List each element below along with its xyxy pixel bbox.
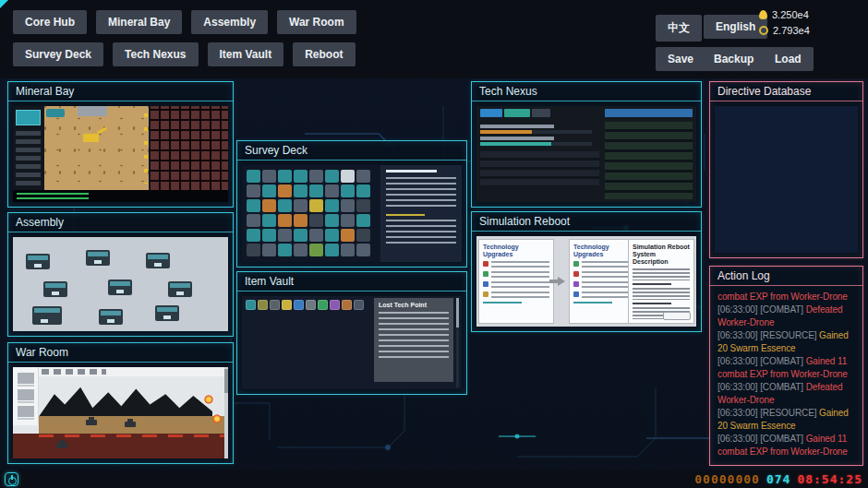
tech-upgrade-list	[605, 122, 693, 199]
survey-tile[interactable]	[325, 184, 339, 197]
panel-action-log: Action Log combat EXP from Worker-Drone[…	[709, 266, 863, 466]
survey-tile[interactable]	[278, 229, 292, 242]
simulation-reboot-preview[interactable]: Technology Upgrades Technology Upgrades …	[476, 236, 696, 327]
survey-tile[interactable]	[294, 229, 307, 242]
lang-english-button[interactable]: English	[704, 15, 767, 39]
survey-tile[interactable]	[341, 184, 355, 197]
survey-tile[interactable]	[262, 170, 276, 183]
nav-core-hub-button[interactable]: Core Hub	[13, 10, 87, 34]
tech-detail-rows	[480, 151, 599, 186]
survey-tile[interactable]	[341, 244, 355, 256]
assembly-preview[interactable]	[13, 237, 228, 331]
item-icon[interactable]	[258, 300, 268, 310]
load-button[interactable]: Load	[763, 47, 814, 71]
item-icon[interactable]	[306, 300, 316, 310]
item-icon[interactable]	[330, 300, 340, 310]
tech-nexus-preview[interactable]	[476, 106, 696, 202]
item-vault-preview[interactable]: Lost Tech Point	[242, 296, 462, 389]
essence-drop-icon	[759, 10, 767, 19]
item-icon[interactable]	[282, 300, 292, 310]
console-log-bar	[13, 190, 228, 202]
survey-tile[interactable]	[294, 244, 307, 256]
unit-icon	[18, 389, 34, 400]
survey-tile[interactable]	[278, 214, 292, 227]
power-button[interactable]	[5, 472, 18, 486]
survey-tile[interactable]	[309, 199, 323, 212]
top-bar: Core Hub Mineral Bay Assembly War Room S…	[0, 0, 868, 78]
survey-tile[interactable]	[309, 244, 323, 256]
mineral-bay-preview[interactable]	[13, 106, 228, 202]
nav-mineral-bay-button[interactable]: Mineral Bay	[96, 10, 182, 34]
survey-tile[interactable]	[356, 229, 370, 242]
survey-tile[interactable]	[325, 229, 339, 242]
item-icon[interactable]	[246, 300, 256, 310]
survey-tile[interactable]	[341, 199, 355, 212]
save-button[interactable]: Save	[656, 47, 705, 71]
survey-tile[interactable]	[247, 229, 260, 242]
survey-tile[interactable]	[294, 214, 307, 227]
led-counter: 074	[766, 472, 790, 486]
dig-markers	[144, 113, 148, 184]
survey-tile[interactable]	[247, 199, 260, 212]
survey-deck-preview[interactable]	[242, 165, 462, 262]
panel-war-room: War Room	[7, 342, 234, 464]
nav-survey-deck-button[interactable]: Survey Deck	[13, 42, 103, 66]
nav-reboot-button[interactable]: Reboot	[293, 42, 355, 66]
reboot-confirm-button[interactable]	[663, 312, 691, 320]
survey-grid	[247, 170, 370, 256]
survey-tile[interactable]	[325, 244, 339, 256]
lang-zh-button[interactable]: 中文	[656, 15, 702, 42]
panel-simulation-reboot: Simulation Reboot Technology Upgrades Te…	[471, 211, 702, 332]
survey-tile[interactable]	[309, 184, 323, 197]
war-room-preview[interactable]	[13, 367, 228, 458]
survey-tile[interactable]	[341, 229, 355, 242]
nav-tech-nexus-button[interactable]: Tech Nexus	[113, 42, 198, 66]
item-icon[interactable]	[342, 300, 352, 310]
survey-tile[interactable]	[309, 229, 323, 242]
scrollbar[interactable]	[224, 367, 228, 458]
survey-tile[interactable]	[294, 199, 307, 212]
survey-tile[interactable]	[247, 184, 260, 197]
survey-tile[interactable]	[356, 199, 370, 212]
upgrade-icon	[573, 261, 579, 267]
action-log-list[interactable]: combat EXP from Worker-Drone[06:33:00] […	[717, 291, 859, 460]
survey-tile[interactable]	[325, 170, 339, 183]
survey-tile[interactable]	[325, 199, 339, 212]
survey-tile[interactable]	[278, 244, 292, 256]
item-icon[interactable]	[354, 300, 364, 310]
survey-tile[interactable]	[309, 214, 323, 227]
survey-tile[interactable]	[262, 214, 276, 227]
nav-war-room-button[interactable]: War Room	[277, 10, 356, 34]
survey-tile[interactable]	[278, 170, 292, 183]
survey-tile[interactable]	[325, 214, 339, 227]
item-icon[interactable]	[318, 300, 328, 310]
survey-tile[interactable]	[262, 229, 276, 242]
survey-tile[interactable]	[247, 170, 260, 183]
nav-item-vault-button[interactable]: Item Vault	[208, 42, 284, 66]
survey-tile[interactable]	[247, 214, 260, 227]
survey-tile[interactable]	[341, 170, 355, 183]
item-icon[interactable]	[294, 300, 304, 310]
survey-tile[interactable]	[278, 184, 292, 197]
panel-tech-nexus: Tech Nexus	[471, 81, 702, 208]
survey-tile[interactable]	[309, 170, 323, 183]
scrollbar[interactable]	[456, 298, 459, 387]
survey-tile[interactable]	[294, 170, 307, 183]
survey-tile[interactable]	[278, 199, 292, 212]
survey-tile[interactable]	[356, 170, 370, 183]
item-icon[interactable]	[270, 300, 280, 310]
survey-tile[interactable]	[356, 244, 370, 256]
survey-tile[interactable]	[262, 199, 276, 212]
survey-tile[interactable]	[341, 214, 355, 227]
survey-tile[interactable]	[294, 184, 307, 197]
scrollbar-thumb[interactable]	[456, 298, 459, 327]
survey-tile[interactable]	[356, 184, 370, 197]
war-toolbar	[39, 367, 224, 376]
survey-tile[interactable]	[247, 244, 260, 256]
survey-tile[interactable]	[356, 214, 370, 227]
backup-button[interactable]: Backup	[702, 47, 766, 71]
survey-tile[interactable]	[262, 184, 276, 197]
war-toolbar-icons	[42, 369, 106, 375]
nav-assembly-button[interactable]: Assembly	[191, 10, 268, 34]
survey-tile[interactable]	[262, 244, 276, 256]
